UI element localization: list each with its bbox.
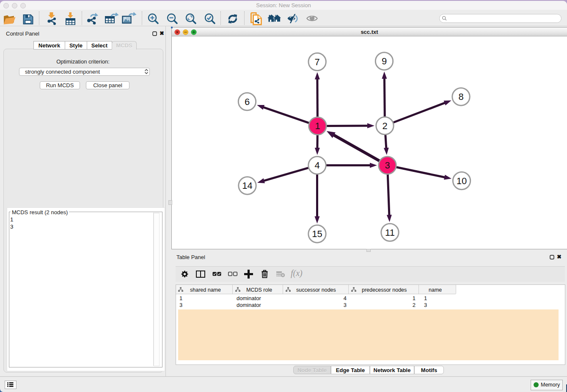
- svg-text:6: 6: [245, 97, 250, 107]
- svg-text:2: 2: [382, 121, 387, 131]
- svg-text:7: 7: [315, 57, 320, 67]
- svg-text:8: 8: [458, 91, 463, 102]
- svg-text:15: 15: [312, 229, 322, 239]
- svg-text:9: 9: [382, 56, 387, 66]
- svg-text:11: 11: [385, 227, 395, 238]
- svg-text:14: 14: [242, 180, 252, 191]
- svg-text:10: 10: [457, 176, 467, 186]
- svg-text:3: 3: [385, 160, 390, 171]
- svg-text:1: 1: [315, 121, 320, 131]
- svg-text:4: 4: [314, 160, 319, 171]
